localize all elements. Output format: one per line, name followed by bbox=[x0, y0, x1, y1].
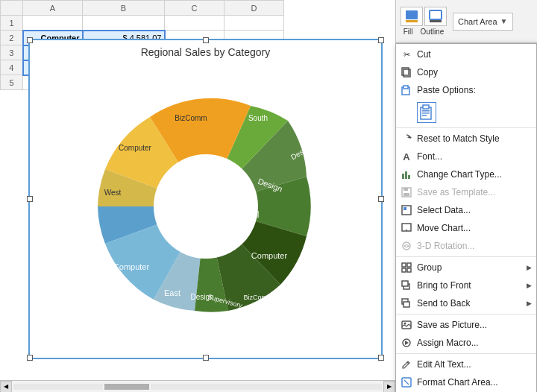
save-template-icon bbox=[401, 186, 412, 198]
cell-c1[interactable] bbox=[165, 16, 224, 31]
svg-rect-21 bbox=[403, 86, 408, 89]
svg-marker-50 bbox=[405, 341, 409, 345]
paste-icon bbox=[401, 84, 412, 96]
send-to-back-icon bbox=[401, 297, 412, 309]
row-num-1: 1 bbox=[1, 16, 23, 31]
menu-item-select-data[interactable]: Select Data... bbox=[396, 201, 536, 219]
col-header-c: C bbox=[165, 1, 224, 16]
svg-point-48 bbox=[404, 323, 406, 325]
menu-item-move-chart[interactable]: Move Chart... bbox=[396, 219, 536, 237]
outline-label: Outline bbox=[421, 28, 445, 36]
copy-icon bbox=[401, 66, 412, 78]
paste-icon-row[interactable] bbox=[396, 99, 536, 126]
svg-rect-25 bbox=[422, 113, 430, 114]
menu-item-bring-to-front[interactable]: Bring to Front bbox=[396, 276, 536, 294]
svg-rect-39 bbox=[402, 263, 406, 267]
chart-type-icon bbox=[401, 168, 412, 180]
chart-handle-tr[interactable] bbox=[378, 37, 384, 43]
svg-rect-33 bbox=[403, 193, 409, 196]
svg-rect-29 bbox=[405, 171, 407, 179]
menu-item-copy[interactable]: Copy bbox=[396, 63, 536, 81]
menu-item-assign-macro[interactable]: Assign Macro... bbox=[396, 334, 536, 352]
menu-item-reset-style[interactable]: Reset to Match Style bbox=[396, 130, 536, 148]
outline-button[interactable] bbox=[424, 7, 447, 26]
menu-item-save-template: Save as Template... bbox=[396, 183, 536, 201]
svg-text:Computer: Computer bbox=[119, 144, 152, 152]
cell-a1[interactable] bbox=[23, 16, 83, 31]
scroll-track-left[interactable] bbox=[13, 384, 103, 390]
svg-rect-42 bbox=[407, 268, 411, 272]
menu-item-3d-rotation: 3-D Rotation... bbox=[396, 237, 536, 255]
svg-point-0 bbox=[154, 154, 258, 259]
svg-rect-14 bbox=[406, 10, 418, 19]
chart-handle-mr[interactable] bbox=[378, 196, 384, 202]
svg-text:Computer: Computer bbox=[113, 262, 149, 271]
col-header-a: A bbox=[23, 1, 83, 16]
edit-alt-text-icon bbox=[401, 358, 412, 370]
menu-separator-4 bbox=[396, 353, 536, 354]
row-num-2: 2 bbox=[1, 31, 23, 45]
save-picture-icon bbox=[401, 319, 412, 331]
svg-rect-40 bbox=[407, 263, 411, 267]
assign-macro-icon bbox=[401, 337, 412, 349]
menu-item-save-picture[interactable]: Save as Picture... bbox=[396, 316, 536, 334]
svg-rect-26 bbox=[422, 115, 427, 116]
chart-area-dropdown[interactable]: Chart Area ▼ bbox=[453, 13, 513, 31]
svg-text:BizComm: BizComm bbox=[175, 114, 207, 122]
svg-rect-15 bbox=[406, 20, 418, 22]
cell-d1[interactable] bbox=[224, 16, 284, 31]
svg-rect-30 bbox=[408, 175, 410, 179]
menu-item-group[interactable]: Group bbox=[396, 259, 536, 276]
menu-item-font[interactable]: A Font... bbox=[396, 148, 536, 165]
move-chart-icon bbox=[401, 222, 412, 234]
svg-text:West: West bbox=[104, 189, 121, 197]
scroll-right-arrow[interactable]: ▶ bbox=[383, 381, 395, 393]
svg-rect-41 bbox=[402, 268, 406, 272]
chart-handle-bl[interactable] bbox=[27, 355, 33, 361]
svg-text:East: East bbox=[163, 288, 180, 297]
chart-handle-tl[interactable] bbox=[27, 37, 33, 43]
bring-to-front-icon bbox=[401, 279, 412, 291]
chart-handle-tc[interactable] bbox=[203, 37, 209, 43]
chart-handle-bc[interactable] bbox=[203, 355, 209, 361]
svg-text:BizComm: BizComm bbox=[243, 294, 272, 301]
select-data-icon bbox=[401, 204, 412, 216]
menu-item-format-chart-area[interactable]: Format Chart Area... bbox=[396, 373, 536, 391]
horizontal-scrollbar[interactable]: ◀ ▶ bbox=[0, 380, 395, 392]
svg-marker-27 bbox=[407, 136, 412, 138]
chart-handle-br[interactable] bbox=[378, 355, 384, 361]
svg-rect-35 bbox=[403, 207, 406, 210]
svg-rect-46 bbox=[403, 302, 409, 307]
menu-separator-1 bbox=[396, 127, 536, 128]
menu-item-paste-options[interactable]: Paste Options: bbox=[396, 81, 536, 99]
scroll-thumb[interactable] bbox=[104, 384, 149, 390]
menu-separator-2 bbox=[396, 256, 536, 257]
format-chart-icon bbox=[401, 376, 412, 388]
dropdown-arrow-icon: ▼ bbox=[500, 17, 508, 25]
chart-container[interactable]: Regional Sales by Category bbox=[28, 39, 383, 359]
chart-area-text: Chart Area bbox=[458, 17, 497, 26]
menu-item-cut[interactable]: ✂ Cut bbox=[396, 45, 536, 63]
chart-handle-ml[interactable] bbox=[27, 196, 33, 202]
svg-rect-17 bbox=[430, 20, 442, 22]
svg-rect-44 bbox=[402, 281, 408, 286]
svg-rect-23 bbox=[423, 105, 429, 109]
col-header-b: B bbox=[83, 1, 165, 16]
svg-line-53 bbox=[404, 380, 409, 385]
fill-button[interactable] bbox=[401, 7, 423, 26]
cell-b1[interactable] bbox=[83, 16, 165, 31]
donut-chart: Design Computer Central Design South Biz… bbox=[79, 80, 333, 333]
3d-rotation-icon bbox=[401, 240, 412, 252]
menu-item-change-chart-type[interactable]: Change Chart Type... bbox=[396, 165, 536, 183]
scroll-left-arrow[interactable]: ◀ bbox=[0, 381, 12, 393]
toolbar: Fill Outline Chart Area ▼ bbox=[395, 0, 537, 43]
svg-rect-28 bbox=[402, 174, 404, 179]
fill-label: Fill bbox=[403, 28, 413, 36]
menu-item-send-to-back[interactable]: Send to Back bbox=[396, 294, 536, 312]
menu-item-edit-alt-text[interactable]: Edit Alt Text... bbox=[396, 355, 536, 373]
row-num-4: 4 bbox=[1, 60, 23, 75]
font-icon: A bbox=[401, 151, 412, 162]
scroll-track-right[interactable] bbox=[151, 384, 382, 390]
reset-style-icon bbox=[401, 133, 412, 145]
context-menu: ✂ Cut Copy Paste Options: bbox=[395, 43, 537, 392]
